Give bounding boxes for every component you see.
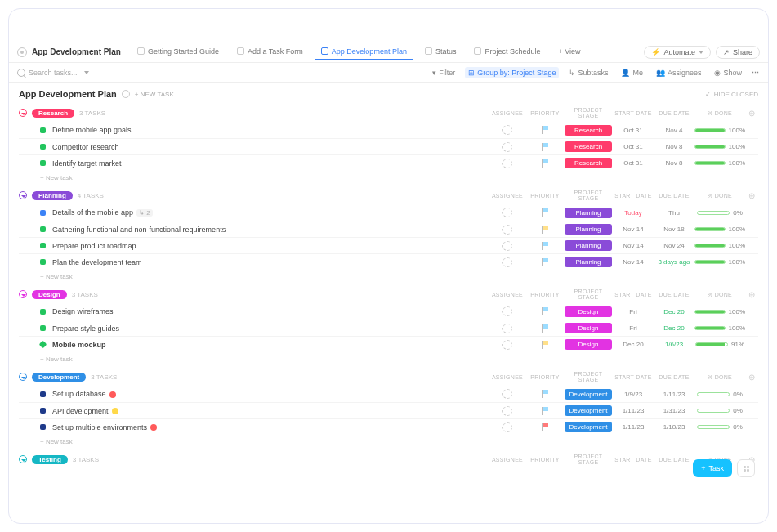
- add-column-button[interactable]: ⊕: [745, 109, 758, 118]
- group-pill[interactable]: Research: [32, 109, 74, 118]
- due-date[interactable]: Thu: [668, 209, 680, 217]
- priority-flag-icon[interactable]: [542, 159, 549, 168]
- more-icon[interactable]: ⋯: [752, 69, 760, 77]
- new-task-inline[interactable]: + NEW TASK: [135, 91, 174, 98]
- list-options-icon[interactable]: [122, 90, 130, 98]
- project-stage-cell[interactable]: Research: [565, 125, 612, 136]
- priority-flag-icon[interactable]: [542, 407, 549, 415]
- task-name[interactable]: Identify target market: [52, 159, 489, 168]
- project-stage-cell[interactable]: Planning: [565, 240, 612, 251]
- task-name[interactable]: Details of the mobile app↳ 2: [52, 208, 489, 217]
- project-stage-cell[interactable]: Development: [565, 405, 612, 416]
- task-status-square[interactable]: [40, 210, 46, 216]
- priority-flag-icon[interactable]: [542, 226, 549, 234]
- group-pill[interactable]: Testing: [32, 455, 68, 464]
- new-task-row[interactable]: + New task: [19, 435, 758, 447]
- project-stage-cell[interactable]: Development: [565, 422, 612, 432]
- start-date[interactable]: Dec 20: [623, 341, 643, 348]
- assignees-button[interactable]: 👥 Assignees: [653, 67, 705, 78]
- task-row[interactable]: Define mobile app goalsResearchOct 31Nov…: [19, 122, 758, 138]
- task-status-square[interactable]: [40, 243, 46, 248]
- task-status-square[interactable]: [40, 226, 46, 232]
- percent-done[interactable]: 0%: [694, 423, 745, 431]
- task-name[interactable]: Plan the development team: [52, 258, 489, 266]
- start-date[interactable]: Nov 14: [623, 226, 643, 233]
- assignee-empty-icon[interactable]: [502, 340, 512, 350]
- start-date[interactable]: Fri: [629, 308, 636, 315]
- me-filter-button[interactable]: 👤 Me: [618, 67, 646, 78]
- project-stage-cell[interactable]: Research: [565, 141, 612, 152]
- task-status-square[interactable]: [40, 408, 46, 414]
- project-stage-cell[interactable]: Planning: [565, 224, 612, 235]
- task-name[interactable]: Gathering functional and non-functional …: [52, 226, 489, 234]
- priority-flag-icon[interactable]: [542, 258, 549, 266]
- percent-done[interactable]: 100%: [694, 127, 745, 134]
- filter-button[interactable]: ▾ Filter: [429, 67, 458, 78]
- priority-flag-icon[interactable]: [542, 208, 549, 217]
- percent-done[interactable]: 100%: [694, 242, 745, 249]
- priority-flag-icon[interactable]: [542, 341, 549, 349]
- task-name[interactable]: Prepare style guides: [52, 324, 489, 333]
- percent-done[interactable]: 0%: [694, 407, 745, 414]
- priority-flag-icon[interactable]: [542, 143, 549, 151]
- assignee-empty-icon[interactable]: [502, 159, 512, 168]
- priority-flag-icon[interactable]: [542, 307, 549, 315]
- percent-done[interactable]: 100%: [694, 324, 745, 332]
- start-date[interactable]: 1/11/23: [623, 423, 645, 431]
- group-by-button[interactable]: ⊞ Group by: Project Stage: [465, 67, 559, 78]
- tab-project-schedule[interactable]: Project Schedule: [467, 44, 547, 60]
- percent-done[interactable]: 100%: [694, 308, 745, 315]
- task-status-square[interactable]: [40, 391, 46, 397]
- automate-button[interactable]: ⚡ Automate: [644, 46, 711, 59]
- project-stage-cell[interactable]: Design: [565, 323, 612, 333]
- assignee-empty-icon[interactable]: [502, 142, 512, 152]
- percent-done[interactable]: 100%: [694, 143, 745, 150]
- project-stage-cell[interactable]: Design: [565, 339, 612, 350]
- due-date[interactable]: Dec 20: [663, 308, 684, 315]
- add-column-button[interactable]: ⊕: [745, 191, 758, 200]
- group-collapse-toggle[interactable]: [19, 455, 27, 463]
- task-status-square[interactable]: [40, 127, 46, 133]
- due-date[interactable]: Nov 8: [666, 159, 683, 167]
- add-view-button[interactable]: + View: [551, 44, 587, 60]
- start-date[interactable]: Oct 31: [623, 127, 643, 134]
- start-date[interactable]: Today: [624, 209, 641, 217]
- task-name[interactable]: Define mobile app goals: [52, 126, 489, 134]
- priority-flag-icon[interactable]: [542, 324, 549, 333]
- task-row[interactable]: Identify target marketResearchOct 31Nov …: [19, 154, 758, 171]
- task-row[interactable]: Plan the development teamPlanningNov 143…: [19, 253, 758, 270]
- task-name[interactable]: Set up multiple environments: [52, 423, 489, 431]
- priority-flag-icon[interactable]: [542, 126, 549, 134]
- project-stage-cell[interactable]: Design: [565, 306, 612, 317]
- due-date[interactable]: 1/31/23: [663, 407, 685, 414]
- task-row[interactable]: Prepare style guidesDesignFriDec 20100%: [19, 320, 758, 336]
- add-task-fab[interactable]: + Task: [693, 459, 732, 477]
- project-stage-cell[interactable]: Research: [565, 158, 612, 168]
- list-settings-icon[interactable]: [17, 47, 27, 57]
- due-date[interactable]: 1/11/23: [663, 391, 685, 398]
- assignee-empty-icon[interactable]: [502, 406, 512, 416]
- group-collapse-toggle[interactable]: [19, 373, 27, 381]
- assignee-empty-icon[interactable]: [502, 125, 512, 135]
- group-pill[interactable]: Design: [32, 290, 67, 299]
- tab-add-a-task-form[interactable]: Add a Task Form: [230, 44, 310, 60]
- start-date[interactable]: Fri: [629, 324, 636, 332]
- project-stage-cell[interactable]: Development: [565, 389, 612, 400]
- due-date[interactable]: Nov 8: [666, 143, 683, 150]
- assignee-empty-icon[interactable]: [502, 257, 512, 267]
- start-date[interactable]: 1/9/23: [624, 391, 642, 398]
- new-task-row[interactable]: + New task: [19, 171, 758, 183]
- percent-done[interactable]: 100%: [694, 258, 745, 266]
- assignee-empty-icon[interactable]: [502, 306, 512, 316]
- due-date[interactable]: Nov 18: [663, 226, 684, 233]
- show-button[interactable]: ◉ Show: [711, 67, 745, 78]
- start-date[interactable]: Nov 14: [623, 242, 643, 249]
- task-row[interactable]: Details of the mobile app↳ 2PlanningToda…: [19, 204, 758, 221]
- project-stage-cell[interactable]: Planning: [565, 257, 612, 267]
- percent-done[interactable]: 0%: [694, 209, 745, 217]
- task-row[interactable]: Set up multiple environmentsDevelopment1…: [19, 418, 758, 435]
- due-date[interactable]: Nov 4: [666, 127, 683, 134]
- task-status-square[interactable]: [40, 259, 46, 265]
- project-stage-cell[interactable]: Planning: [565, 208, 612, 218]
- percent-done[interactable]: 100%: [694, 159, 745, 167]
